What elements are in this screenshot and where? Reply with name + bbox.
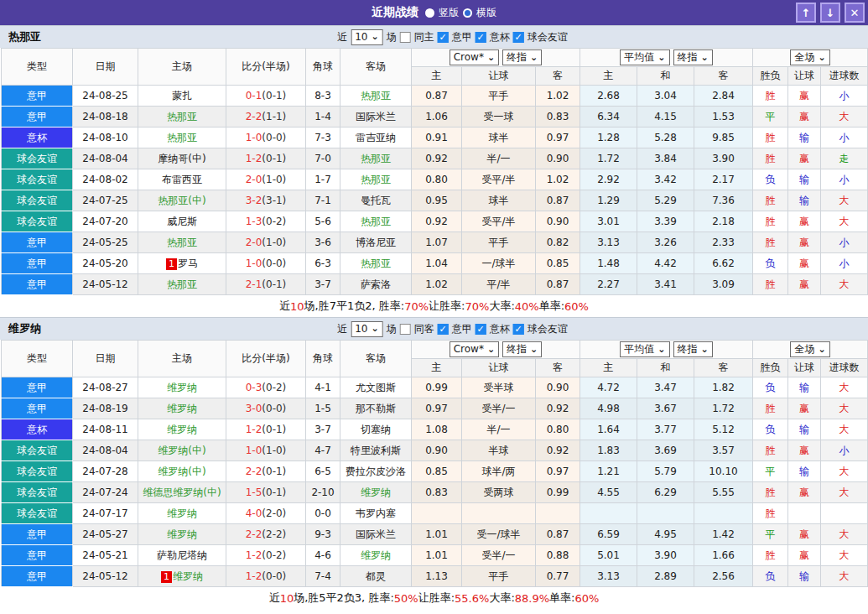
league-filter-checkbox[interactable]: ✓ (438, 32, 449, 43)
avg-draw-cell: 5.29 (637, 190, 694, 211)
chevron-down-icon: ⌄ (487, 54, 495, 62)
scroll-up-button[interactable]: ↑ (796, 3, 816, 23)
result-scope-select[interactable]: 全场⌄ (790, 49, 829, 65)
handicap-result-cell: 赢 (788, 274, 821, 295)
column-header: 主 (580, 359, 637, 377)
league-filter-checkbox[interactable]: ✓ (438, 324, 449, 335)
result-cell: 负 (753, 169, 788, 190)
close-button[interactable]: ✕ (845, 3, 865, 23)
half-time-score: (0-2) (262, 382, 286, 393)
result-scope-select[interactable]: 全场⌄ (790, 341, 829, 357)
away-team-name: 热那亚 (361, 174, 391, 185)
league-badge: 球会友谊 (2, 503, 73, 524)
odds-away-cell: 0.87 (536, 524, 580, 545)
avg-away-cell: 7.36 (694, 190, 753, 211)
summary-part: 近 (269, 591, 280, 606)
app: { "titlebar": { "title": "近期战绩", "radios… (0, 0, 868, 614)
away-team-cell: 都灵 (340, 566, 412, 587)
avg-time-select[interactable]: 终指⌄ (673, 341, 713, 357)
scroll-down-button[interactable]: ↓ (820, 3, 840, 23)
avg-home-cell: 5.01 (580, 545, 637, 566)
match-count-select[interactable]: 10⌄ (351, 321, 383, 337)
odds-time-select[interactable]: 终指⌄ (502, 341, 542, 357)
summary-part: 10 (290, 300, 304, 313)
avg-time-select[interactable]: 终指⌄ (673, 49, 713, 65)
handicap-cell: 一/球半 (462, 253, 536, 274)
odds-home-cell: 0.99 (412, 377, 462, 398)
avg-source-select[interactable]: 平均值⌄ (620, 49, 669, 65)
column-header: 类型 (2, 341, 73, 377)
match-count-select[interactable]: 10⌄ (351, 29, 383, 45)
column-header: 客 (536, 67, 580, 86)
score-cell: 1-2(0-2) (226, 545, 306, 566)
handicap-result-cell (788, 503, 821, 524)
column-header: 客 (536, 359, 580, 377)
league-badge: 意杯 (2, 419, 73, 440)
full-time-score: 0-3 (246, 382, 262, 393)
odds-away-cell: 0.90 (536, 211, 580, 232)
league-filter-checkbox[interactable]: ✓ (513, 324, 524, 335)
odds-source-select[interactable]: Crow*⌄ (450, 49, 499, 65)
odds-source-select[interactable]: Crow*⌄ (450, 341, 499, 357)
near-label: 近 (337, 30, 347, 44)
goals-result-cell: 大 (821, 377, 868, 398)
avg-source-select[interactable]: 平均值⌄ (620, 341, 669, 357)
column-header: 主场 (138, 341, 226, 377)
column-header: 和 (637, 67, 694, 86)
avg-home-cell (580, 503, 637, 524)
home-team-name: 萨勒尼塔纳 (157, 549, 207, 561)
odds-away-cell: 1.02 (536, 86, 580, 107)
result-group-header: 全场⌄ (753, 49, 868, 67)
goals-result-cell: 大 (821, 211, 868, 232)
goals-result-cell (821, 503, 868, 524)
away-team-name: 切塞纳 (361, 424, 391, 435)
same-venue-checkbox[interactable] (400, 324, 411, 335)
away-team-name: 热那亚 (361, 216, 391, 227)
handicap-cell: 半/一 (462, 148, 536, 169)
league-filter-checkbox[interactable]: ✓ (476, 32, 486, 43)
result-cell: 平 (753, 524, 788, 545)
handicap-cell: 受平/半 (462, 211, 536, 232)
same-venue-checkbox[interactable] (400, 32, 411, 43)
avg-away-cell: 2.18 (694, 211, 753, 232)
match-row: 意杯24-08-10热那亚1-0(0-0)7-3雷吉亚纳0.91球半0.971.… (2, 127, 868, 148)
corners-cell: 4-7 (306, 440, 340, 461)
half-time-score: (0-1) (262, 153, 286, 164)
away-team-cell: 国际米兰 (340, 107, 412, 127)
odds-home-cell: 1.13 (412, 566, 462, 587)
handicap-cell: 受半/一 (462, 545, 536, 566)
match-row: 球会友谊24-08-04维罗纳(中)1-0(1-0)4-7特里波利斯0.90半球… (2, 440, 868, 461)
handicap-result-cell: 输 (788, 566, 821, 587)
home-team-name: 热那亚 (167, 237, 197, 248)
score-cell: 3-0(0-0) (226, 398, 306, 419)
avg-home-cell: 2.27 (580, 274, 637, 295)
away-team-name: 雷吉亚纳 (356, 132, 396, 143)
match-row: 球会友谊24-08-04摩纳哥(中)1-2(0-1)7-0热那亚0.92半/一0… (2, 148, 868, 169)
league-badge: 意甲 (2, 398, 73, 419)
summary-part: 50% (394, 592, 418, 605)
away-team-cell: 特里波利斯 (340, 440, 412, 461)
avg-away-cell: 1.82 (694, 377, 753, 398)
score-cell: 2-0(1-0) (226, 232, 306, 253)
odds-time-select[interactable]: 终指⌄ (502, 49, 542, 65)
match-row: 意甲24-05-21萨勒尼塔纳1-2(0-2)4-6维罗纳1.01受半/一0.8… (2, 545, 868, 566)
league-filter-checkbox[interactable]: ✓ (513, 32, 524, 43)
score-cell: 2-0(1-0) (226, 169, 306, 190)
goals-result-cell: 大 (821, 274, 868, 295)
goals-result-cell: 大 (821, 190, 868, 211)
league-badge: 球会友谊 (2, 169, 73, 190)
vertical-layout-radio[interactable] (425, 8, 434, 18)
goals-result-cell: 小 (821, 169, 868, 190)
home-team-cell: 热那亚 (138, 107, 226, 127)
avg-away-cell: 1.66 (694, 545, 753, 566)
full-time-score: 2-2 (246, 466, 262, 477)
avg-draw-cell: 2.89 (637, 566, 694, 587)
horizontal-layout-radio[interactable] (463, 8, 472, 18)
half-time-score: (0-2) (262, 216, 286, 227)
league-filter-checkbox[interactable]: ✓ (476, 324, 486, 335)
handicap-result-cell: 赢 (788, 232, 821, 253)
avg-draw-cell (637, 503, 694, 524)
date-cell: 24-08-04 (73, 148, 138, 169)
league-badge: 球会友谊 (2, 482, 73, 503)
home-team-cell: 维罗纳 (138, 377, 226, 398)
